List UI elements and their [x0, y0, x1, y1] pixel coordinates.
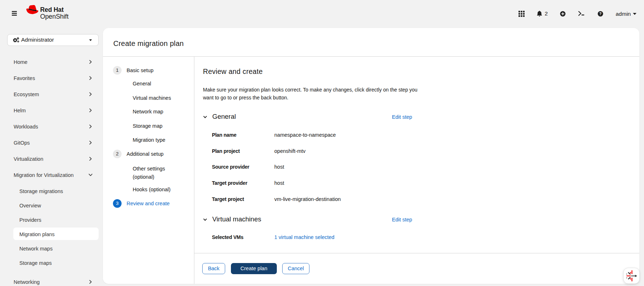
svg-text:?: ? [599, 12, 601, 16]
